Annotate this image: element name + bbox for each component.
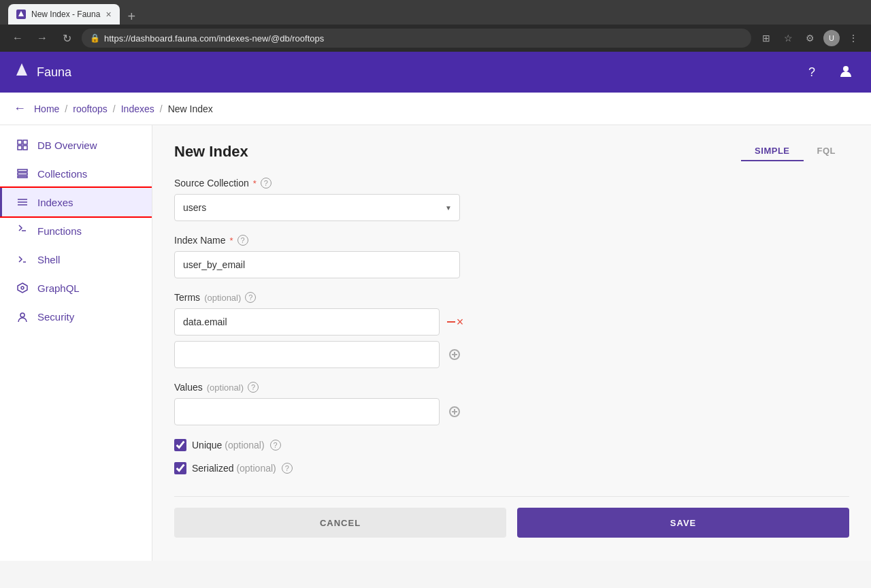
unique-label: Unique (optional) xyxy=(192,440,265,451)
svg-rect-2 xyxy=(23,140,27,144)
breadcrumb-db[interactable]: rooftops xyxy=(73,103,108,114)
tab-fql[interactable]: FQL xyxy=(804,142,850,161)
sidebar-item-indexes[interactable]: Indexes xyxy=(0,188,152,216)
breadcrumb-current: New Index xyxy=(168,103,213,114)
main-content: New Index SIMPLE FQL Source Collection *… xyxy=(152,125,871,561)
star-icon[interactable]: ☆ xyxy=(778,29,798,48)
app-logo[interactable]: Fauna xyxy=(14,62,71,82)
svg-point-14 xyxy=(21,287,24,289)
unique-help-icon[interactable]: ? xyxy=(270,440,281,451)
values-label-text: Values xyxy=(174,382,203,393)
user-icon xyxy=(838,63,853,82)
sidebar-item-graphql[interactable]: GraphQL xyxy=(0,274,152,302)
user-avatar: U xyxy=(823,30,840,46)
forward-button[interactable]: → xyxy=(33,29,52,48)
unique-checkbox[interactable] xyxy=(174,439,186,451)
values-help-icon[interactable]: ? xyxy=(248,382,259,393)
sidebar-item-security[interactable]: Security xyxy=(0,302,152,331)
tab-simple[interactable]: SIMPLE xyxy=(741,142,803,161)
app-name: Fauna xyxy=(37,65,71,80)
back-button[interactable]: ← xyxy=(8,29,27,48)
values-add-button[interactable] xyxy=(445,402,464,421)
breadcrumb: Home / rooftops / Indexes / New Index xyxy=(34,103,213,114)
sidebar-label-shell: Shell xyxy=(37,254,60,265)
help-icon: ? xyxy=(808,65,815,80)
shell-icon xyxy=(16,253,29,265)
sidebar-label-graphql: GraphQL xyxy=(37,282,80,294)
omnibar-row: ← → ↻ 🔒 https://dashboard.fauna.com/inde… xyxy=(0,24,871,52)
terms-label: Terms (optional) ? xyxy=(174,292,849,303)
source-collection-select[interactable]: users rooftops xyxy=(174,194,460,221)
address-bar[interactable]: 🔒 https://dashboard.fauna.com/indexes-ne… xyxy=(82,29,751,48)
browser-tab[interactable]: New Index - Fauna × xyxy=(8,4,120,24)
breadcrumb-section[interactable]: Indexes xyxy=(121,103,154,114)
values-row-1 xyxy=(174,398,849,425)
unique-optional: (optional) xyxy=(225,440,264,451)
index-name-help-icon[interactable]: ? xyxy=(237,235,248,246)
sidebar-label-collections: Collections xyxy=(37,168,87,180)
serialized-checkbox[interactable] xyxy=(174,462,186,474)
sidebar-item-functions[interactable]: Functions xyxy=(0,216,152,245)
source-collection-help-icon[interactable]: ? xyxy=(261,178,272,189)
svg-rect-1 xyxy=(18,140,22,144)
save-button[interactable]: SAVE xyxy=(517,508,849,538)
url-text: https://dashboard.fauna.com/indexes-new/… xyxy=(104,33,324,44)
view-tabs: SIMPLE FQL xyxy=(741,142,849,161)
terms-label-text: Terms xyxy=(174,292,200,303)
help-button[interactable]: ? xyxy=(800,61,823,84)
browser-toolbar: ⊞ ☆ ⚙ U ⋮ xyxy=(757,29,863,48)
refresh-button[interactable]: ↻ xyxy=(57,29,76,48)
breadcrumb-sep-2: / xyxy=(113,103,116,114)
svg-rect-4 xyxy=(23,146,27,150)
indexes-icon xyxy=(16,196,29,208)
source-collection-required: * xyxy=(253,178,257,189)
serialized-optional: (optional) xyxy=(236,463,276,474)
sidebar-item-shell[interactable]: Shell xyxy=(0,245,152,274)
breadcrumb-back-button[interactable]: ← xyxy=(14,101,26,116)
terms-add-button[interactable] xyxy=(445,345,464,364)
breadcrumb-bar: ← Home / rooftops / Indexes / New Index xyxy=(0,93,871,125)
security-icon xyxy=(16,310,29,323)
tab-close-button[interactable]: × xyxy=(105,9,111,20)
terms-help-icon[interactable]: ? xyxy=(245,292,256,303)
terms-row-2 xyxy=(174,341,849,368)
sidebar-label-functions: Functions xyxy=(37,225,82,237)
breadcrumb-sep-3: / xyxy=(160,103,163,114)
sidebar-item-db-overview[interactable]: DB Overview xyxy=(0,131,152,159)
svg-rect-6 xyxy=(18,173,27,175)
svg-marker-13 xyxy=(18,283,27,293)
values-group: Values (optional) ? xyxy=(174,382,849,425)
index-name-label: Index Name * ? xyxy=(174,235,849,246)
tab-title: New Index - Fauna xyxy=(31,10,100,19)
source-collection-wrapper: users rooftops ▼ xyxy=(174,194,460,221)
breadcrumb-home[interactable]: Home xyxy=(34,103,59,114)
sidebar-item-collections[interactable]: Collections xyxy=(0,159,152,188)
fauna-logo-icon xyxy=(14,62,30,82)
menu-icon[interactable]: ⋮ xyxy=(844,29,863,48)
terms-remove-button-1[interactable]: × xyxy=(445,312,464,331)
profile-icon[interactable]: U xyxy=(822,29,841,48)
user-menu-button[interactable] xyxy=(834,61,857,84)
new-tab-button[interactable]: + xyxy=(122,9,142,24)
unique-checkbox-row: Unique (optional) ? xyxy=(174,439,849,451)
svg-rect-5 xyxy=(18,169,27,172)
terms-optional: (optional) xyxy=(204,293,241,303)
sidebar-label-security: Security xyxy=(37,311,74,323)
terms-group: Terms (optional) ? × xyxy=(174,292,849,368)
terms-input-2[interactable] xyxy=(174,341,440,368)
breadcrumb-sep-1: / xyxy=(65,103,67,114)
svg-point-15 xyxy=(20,313,24,317)
cancel-button[interactable]: CANCEL xyxy=(174,508,506,538)
source-collection-label-text: Source Collection xyxy=(174,178,249,189)
index-name-label-text: Index Name xyxy=(174,235,225,246)
extensions-icon[interactable]: ⚙ xyxy=(800,29,819,48)
collections-icon xyxy=(16,167,29,180)
terms-row-1: × xyxy=(174,308,849,336)
form-actions: CANCEL SAVE xyxy=(174,496,849,538)
translate-icon[interactable]: ⊞ xyxy=(757,29,776,48)
terms-input-1[interactable] xyxy=(174,308,440,336)
values-label: Values (optional) ? xyxy=(174,382,849,393)
index-name-input[interactable] xyxy=(174,251,460,278)
values-input-1[interactable] xyxy=(174,398,440,425)
serialized-help-icon[interactable]: ? xyxy=(282,463,293,474)
